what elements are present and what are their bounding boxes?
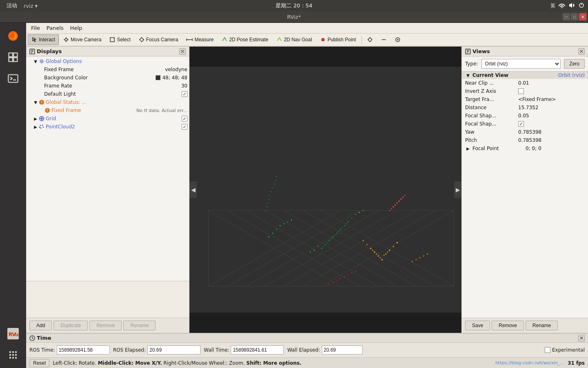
- svg-point-121: [401, 271, 401, 272]
- maximize-button[interactable]: □: [571, 13, 578, 20]
- publish-point-button[interactable]: Publish Point: [316, 34, 360, 45]
- svg-point-62: [332, 236, 334, 238]
- svg-point-101: [372, 250, 373, 251]
- global-status-row[interactable]: ▼ ! Global Status: ...: [26, 98, 189, 106]
- ros-time-input[interactable]: [57, 346, 110, 355]
- displays-panel-close[interactable]: ✕: [179, 48, 186, 55]
- views-remove-button[interactable]: Remove: [492, 321, 524, 330]
- svg-point-128: [270, 191, 271, 192]
- svg-point-15: [9, 354, 11, 356]
- pointcloud2-row[interactable]: ▶ PointCloud2 ✓: [26, 123, 189, 131]
- default-light-row[interactable]: ▶ Default Light ✓: [26, 90, 189, 98]
- toolbar: Interact Move Camera Select: [26, 34, 588, 47]
- type-label: Type:: [465, 61, 478, 67]
- interact-button[interactable]: Interact: [28, 34, 59, 45]
- 3d-viewport[interactable]: [189, 47, 461, 333]
- ros-elapsed-input[interactable]: [147, 346, 200, 355]
- fixed-frame-status-row[interactable]: ▶ ! Fixed Frame No tf data. Actual err..…: [26, 106, 189, 114]
- toolbar-extra1[interactable]: [363, 34, 376, 45]
- nav-goal-button[interactable]: 2D Nav Goal: [273, 34, 316, 45]
- panel-collapse-left[interactable]: ◀: [189, 182, 197, 198]
- default-light-checkbox[interactable]: ✓: [182, 91, 187, 97]
- main-container: R V iz File Panels Help: [0, 23, 588, 368]
- focal-shape1-row[interactable]: Focal Shap... 0.05: [462, 112, 588, 120]
- close-button[interactable]: ✕: [579, 13, 586, 20]
- svg-point-99: [366, 244, 368, 245]
- target-frame-row[interactable]: Target Fra... <Fixed Frame>: [462, 95, 588, 103]
- pointcloud2-checkbox[interactable]: ✓: [182, 124, 187, 130]
- svg-point-12: [9, 351, 11, 353]
- os-app-name-label[interactable]: rviz ▾: [24, 3, 38, 9]
- menu-file[interactable]: File: [28, 24, 43, 33]
- grid-arrow[interactable]: ▶: [33, 116, 38, 121]
- minimize-button[interactable]: ─: [563, 13, 570, 20]
- svg-rect-7: [8, 75, 18, 83]
- pointcloud2-arrow[interactable]: ▶: [33, 124, 38, 130]
- svg-point-90: [291, 220, 292, 221]
- toolbar-extra3[interactable]: [391, 34, 404, 45]
- svg-point-17: [15, 354, 17, 356]
- views-panel-title: Views: [465, 48, 490, 54]
- sidebar-rviz-icon[interactable]: R V iz: [3, 324, 23, 343]
- zero-button[interactable]: Zero: [564, 59, 585, 69]
- move-camera-button[interactable]: Move Camera: [60, 34, 105, 45]
- distance-row[interactable]: Distance 15.7352: [462, 103, 588, 112]
- add-button[interactable]: Add: [29, 321, 52, 330]
- focal-shape2-checkbox[interactable]: ✓: [518, 121, 524, 127]
- panel-collapse-right[interactable]: ▶: [454, 182, 461, 198]
- current-view-header[interactable]: ▼ Current View Orbit (rviz): [462, 72, 588, 79]
- duplicate-button[interactable]: Duplicate: [53, 321, 88, 330]
- wall-elapsed-input[interactable]: [322, 346, 363, 355]
- remove-button[interactable]: Remove: [89, 321, 122, 330]
- invert-z-checkbox[interactable]: [518, 88, 524, 94]
- svg-point-114: [416, 259, 417, 260]
- sidebar-apps-icon[interactable]: [3, 47, 23, 67]
- ros-elapsed-field: ROS Elapsed:: [113, 346, 200, 355]
- focal-point-row[interactable]: ▶ Focal Point 0; 0; 0: [462, 144, 588, 153]
- left-sidebar: R V iz: [0, 23, 26, 368]
- menu-help[interactable]: Help: [67, 24, 86, 33]
- svg-point-107: [344, 276, 345, 277]
- near-clip-row[interactable]: Near Clip ... 0.01: [462, 79, 588, 87]
- focal-shape2-row[interactable]: Focal Shap... ✓: [462, 120, 588, 128]
- background-color-row[interactable]: ▶ Background Color 48; 48; 48: [26, 74, 189, 82]
- grid-row[interactable]: ▶ Grid ✓: [26, 114, 189, 123]
- os-activities-label[interactable]: 活动: [3, 2, 20, 9]
- view-3d[interactable]: ◀ ▶: [189, 47, 461, 333]
- sidebar-terminal-icon[interactable]: [3, 69, 23, 88]
- measure-button[interactable]: Measure: [183, 34, 217, 45]
- firefox-icon[interactable]: [3, 26, 23, 46]
- invert-z-row[interactable]: Invert Z Axis: [462, 87, 588, 95]
- rename-button[interactable]: Rename: [123, 321, 156, 330]
- svg-point-132: [276, 176, 277, 177]
- wall-time-input[interactable]: [231, 346, 284, 355]
- pitch-row[interactable]: Pitch 0.785398: [462, 136, 588, 144]
- wifi-icon: [559, 2, 565, 10]
- views-rename-button[interactable]: Rename: [526, 321, 558, 330]
- reset-button[interactable]: Reset: [29, 359, 49, 367]
- views-save-button[interactable]: Save: [465, 321, 490, 330]
- svg-point-64: [340, 229, 341, 230]
- displays-panel-title: Displays: [29, 48, 62, 54]
- grid-checkbox[interactable]: ✓: [182, 116, 187, 121]
- yaw-row[interactable]: Yaw 0.785398: [462, 128, 588, 136]
- global-options-row[interactable]: ▼ Global Options: [26, 57, 189, 65]
- time-panel-close[interactable]: ✕: [578, 335, 585, 341]
- frame-rate-row[interactable]: ▶ Frame Rate 30: [26, 82, 189, 90]
- svg-point-88: [268, 236, 270, 238]
- svg-point-92: [374, 251, 375, 253]
- fixed-frame-row[interactable]: ▶ Fixed Frame velodyne: [26, 65, 189, 74]
- focus-camera-button[interactable]: Focus Camera: [135, 34, 182, 45]
- views-panel-header: Views ✕: [462, 47, 588, 56]
- select-button[interactable]: Select: [106, 34, 134, 45]
- experimental-checkbox[interactable]: [545, 347, 550, 353]
- menu-panels[interactable]: Panels: [43, 24, 67, 33]
- sidebar-grid-icon[interactable]: [3, 345, 23, 365]
- app-title-bar: RViz* ─ □ ✕: [0, 11, 588, 23]
- svg-point-105: [387, 251, 388, 253]
- type-select[interactable]: Orbit (rviz): [481, 59, 561, 69]
- svg-point-138: [402, 197, 404, 198]
- pose-estimate-button[interactable]: 2D Pose Estimate: [218, 34, 272, 45]
- toolbar-extra2[interactable]: [377, 34, 390, 45]
- views-panel-close[interactable]: ✕: [578, 48, 585, 55]
